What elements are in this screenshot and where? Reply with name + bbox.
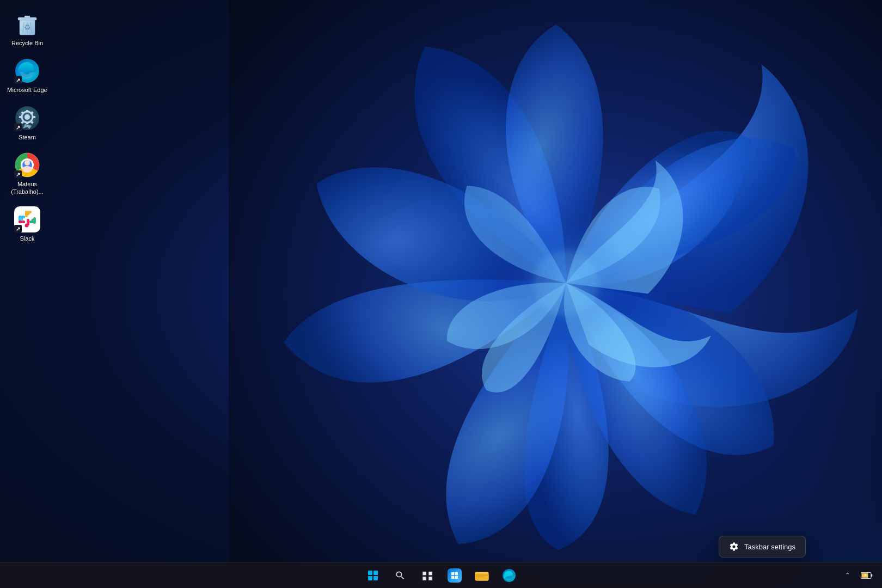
taskbar-settings-label: Taskbar settings (744, 543, 795, 551)
slack-label: Slack (20, 235, 35, 242)
desktop: ♻ Recycle Bin (0, 0, 882, 588)
svg-rect-3 (229, 0, 882, 588)
wallpaper (229, 0, 882, 588)
widgets-button[interactable] (443, 564, 467, 587)
taskbar-settings-popup[interactable]: Taskbar settings (719, 536, 806, 558)
svg-text:♻: ♻ (24, 23, 31, 32)
taskview-icon (421, 569, 433, 581)
slack-icon[interactable]: ↗ Slack (3, 204, 52, 245)
gear-icon (729, 542, 739, 552)
system-tray: ⌃ (838, 567, 875, 584)
taskbar-center-buttons (361, 564, 521, 587)
svg-point-45 (32, 219, 35, 223)
svg-point-1 (501, 218, 632, 348)
svg-text:↗: ↗ (16, 77, 20, 83)
svg-rect-55 (871, 574, 872, 577)
windows-logo (368, 571, 378, 580)
edge-taskbar-icon (502, 568, 516, 583)
svg-point-16 (24, 114, 30, 120)
recycle-bin-image: ♻ (14, 11, 40, 37)
start-button[interactable] (361, 564, 385, 587)
svg-point-43 (20, 217, 23, 220)
chrome-profile-icon[interactable]: ↗ Mateus (Trabalho)... (3, 149, 52, 199)
battery-svg (861, 571, 873, 580)
file-explorer-button[interactable] (470, 564, 494, 587)
task-view-button[interactable] (415, 564, 439, 587)
chrome-profile-label: Mateus (Trabalho)... (5, 180, 49, 196)
svg-rect-42 (19, 220, 25, 223)
svg-rect-52 (476, 576, 485, 577)
search-icon (395, 570, 406, 581)
svg-rect-51 (476, 574, 488, 575)
chrome-profile-image: ↗ (14, 152, 40, 178)
file-explorer-icon (475, 569, 489, 581)
steam-label: Steam (19, 133, 36, 141)
tray-chevron-button[interactable]: ⌃ (838, 567, 856, 584)
svg-rect-20 (33, 116, 35, 118)
desktop-icons-area: ♻ Recycle Bin (0, 5, 54, 248)
edge-taskbar-button[interactable] (497, 564, 521, 587)
svg-text:↗: ↗ (16, 226, 20, 232)
svg-text:↗: ↗ (16, 125, 20, 131)
steam-image: ↗ (14, 105, 40, 131)
svg-rect-0 (229, 0, 882, 588)
battery-icon[interactable] (858, 567, 875, 584)
svg-point-2 (534, 250, 599, 316)
taskbar: ⌃ (0, 562, 882, 588)
svg-rect-17 (26, 110, 28, 112)
slack-image: ↗ (14, 206, 40, 232)
svg-rect-18 (26, 122, 28, 124)
edge-label: Microsoft Edge (7, 86, 47, 94)
svg-point-46 (25, 224, 29, 228)
svg-rect-6 (24, 16, 30, 18)
svg-rect-19 (19, 116, 21, 118)
widgets-icon (448, 568, 462, 583)
recycle-bin-icon[interactable]: ♻ Recycle Bin (3, 8, 52, 50)
svg-point-30 (24, 160, 30, 166)
svg-text:↗: ↗ (16, 171, 20, 177)
svg-point-44 (26, 212, 30, 216)
recycle-bin-label: Recycle Bin (11, 39, 43, 47)
search-button[interactable] (388, 564, 412, 587)
steam-icon[interactable]: ↗ Steam (3, 102, 52, 144)
svg-point-31 (22, 166, 32, 173)
microsoft-edge-icon[interactable]: ↗ Microsoft Edge (3, 55, 52, 96)
edge-image: ↗ (14, 58, 40, 84)
